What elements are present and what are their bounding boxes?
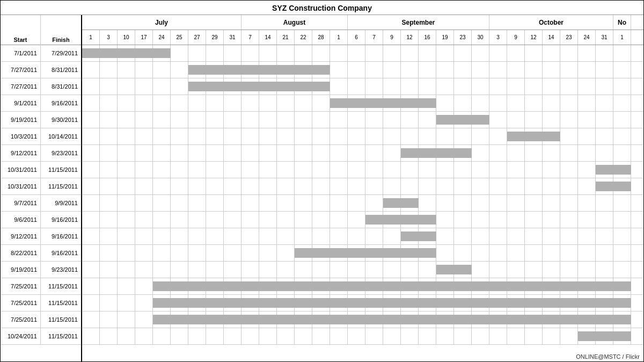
cell-finish: 9/16/2011 (41, 212, 81, 228)
date-cell: 21 (277, 30, 295, 45)
date-cell: 12 (401, 30, 419, 45)
gantt-bar (295, 248, 436, 258)
gantt-bar (330, 98, 436, 108)
cell-start: 7/27/2011 (1, 62, 41, 78)
gantt-row (82, 45, 643, 62)
cell-finish: 9/30/2011 (41, 112, 81, 128)
cell-start: 9/19/2011 (1, 262, 41, 278)
gantt-bar (401, 231, 436, 241)
date-cell: 9 (507, 30, 525, 45)
left-row: 7/27/2011 8/31/2011 (1, 62, 81, 78)
gantt-bar (383, 198, 419, 208)
date-header-row: 1310172425272931714212228167912161923303… (82, 30, 643, 45)
date-cell: 22 (295, 30, 312, 45)
start-header: Start (1, 15, 41, 45)
gantt-bar (596, 182, 631, 191)
gantt-row (82, 62, 643, 78)
date-cell: 14 (543, 30, 560, 45)
date-cell: 31 (596, 30, 613, 45)
cell-start: 9/1/2011 (1, 95, 41, 111)
cell-start: 7/25/2011 (1, 278, 41, 294)
month-label: October (489, 15, 613, 30)
cell-start: 10/3/2011 (1, 128, 41, 144)
watermark: ONLINE@MSTC / Flickr (574, 353, 641, 360)
left-row: 9/1/2011 9/16/2011 (1, 95, 81, 112)
chart-wrapper: SYZ Construction Company Start Finish 7/… (0, 0, 644, 362)
date-cell: 10 (118, 30, 135, 45)
cell-finish: 9/23/2011 (41, 145, 81, 161)
date-cell: 27 (188, 30, 206, 45)
month-header-row: JulyAugustSeptemberOctoberNo (82, 15, 643, 30)
date-cell: 1 (82, 30, 100, 45)
left-row: 7/25/2011 11/15/2011 (1, 278, 81, 295)
date-cell: 25 (171, 30, 188, 45)
left-row: 9/7/2011 9/9/2011 (1, 195, 81, 212)
cell-start: 9/6/2011 (1, 212, 41, 228)
gantt-bar (507, 132, 560, 141)
cell-finish: 9/9/2011 (41, 195, 81, 211)
gantt-bar (82, 48, 171, 58)
cell-finish: 11/15/2011 (41, 178, 81, 194)
left-columns: Start Finish 7/1/2011 7/29/2011 7/27/201… (1, 15, 82, 361)
left-row: 10/31/2011 11/15/2011 (1, 162, 81, 178)
left-row: 10/31/2011 11/15/2011 (1, 178, 81, 195)
cell-finish: 11/15/2011 (41, 312, 81, 328)
month-label: September (348, 15, 489, 30)
gantt-bar (153, 281, 631, 291)
date-cell: 6 (348, 30, 365, 45)
cell-start: 7/1/2011 (1, 45, 41, 61)
gantt-row (82, 245, 643, 262)
left-row: 9/19/2011 9/30/2011 (1, 112, 81, 128)
gantt-row (82, 262, 643, 278)
cell-finish: 9/16/2011 (41, 228, 81, 244)
cell-finish: 9/23/2011 (41, 262, 81, 278)
date-cell: 17 (135, 30, 153, 45)
gantt-row (82, 162, 643, 178)
month-label: July (82, 15, 241, 30)
date-cell: 24 (578, 30, 596, 45)
date-cell: 30 (472, 30, 489, 45)
cell-finish: 11/15/2011 (41, 295, 81, 311)
gantt-row (82, 278, 643, 295)
date-cell: 9 (383, 30, 401, 45)
cell-finish: 9/16/2011 (41, 245, 81, 261)
gantt-row (82, 78, 643, 95)
cell-finish: 9/16/2011 (41, 95, 81, 111)
date-cell: 23 (454, 30, 472, 45)
gantt-bar (436, 265, 472, 274)
cell-finish: 11/15/2011 (41, 162, 81, 178)
left-row: 7/27/2011 8/31/2011 (1, 78, 81, 95)
gantt-row (82, 328, 643, 345)
cell-start: 7/25/2011 (1, 295, 41, 311)
gantt-row (82, 145, 643, 162)
gantt-row (82, 95, 643, 112)
date-cell: 7 (365, 30, 383, 45)
gantt-row (82, 295, 643, 312)
left-row: 9/19/2011 9/23/2011 (1, 262, 81, 278)
left-row: 9/12/2011 9/23/2011 (1, 145, 81, 162)
cell-start: 9/7/2011 (1, 195, 41, 211)
gantt-bar (365, 215, 436, 225)
right-area: JulyAugustSeptemberOctoberNo 13101724252… (82, 15, 643, 361)
cell-start: 7/27/2011 (1, 78, 41, 95)
date-cell: 29 (206, 30, 224, 45)
gantt-bar (188, 82, 330, 91)
date-cell: 7 (241, 30, 259, 45)
left-header-row: Start Finish (1, 15, 81, 45)
left-row: 9/12/2011 9/16/2011 (1, 228, 81, 245)
gantt-rows (82, 45, 643, 361)
gantt-bar (153, 298, 631, 308)
left-row: 9/6/2011 9/16/2011 (1, 212, 81, 228)
gantt-row (82, 312, 643, 328)
gantt-bar (578, 331, 631, 341)
cell-finish: 8/31/2011 (41, 78, 81, 95)
date-cell: 1 (613, 30, 631, 45)
cell-finish: 10/14/2011 (41, 128, 81, 144)
cell-start: 9/12/2011 (1, 145, 41, 161)
date-cell: 24 (153, 30, 171, 45)
gantt-row (82, 228, 643, 245)
month-label: No (613, 15, 631, 30)
gantt-row (82, 178, 643, 195)
left-row: 10/24/2011 11/15/2011 (1, 328, 81, 345)
cell-start: 9/19/2011 (1, 112, 41, 128)
